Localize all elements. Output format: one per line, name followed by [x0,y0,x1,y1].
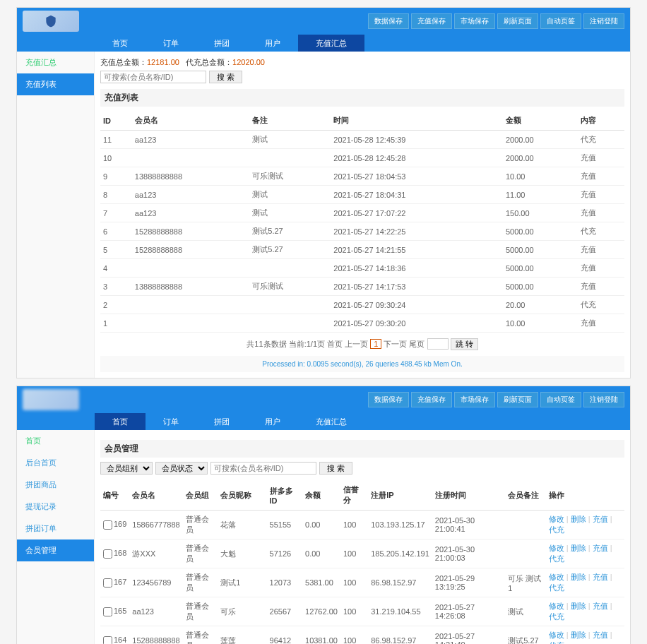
nav-tab[interactable]: 用户 [247,35,298,52]
table-row: 11aa123测试2021-05-28 12:45:392000.00代充 [100,131,624,149]
op-link[interactable]: 代充 [549,525,564,534]
nav-tab[interactable]: 订单 [146,35,196,52]
section-title: 充值列表 [100,89,624,107]
nav-tab[interactable]: 充值汇总 [298,413,364,430]
op-link[interactable]: 删除 [571,631,586,639]
op-link[interactable]: 删除 [571,515,586,523]
sidebar-item[interactable]: 提现记录 [17,496,94,518]
row-checkbox[interactable] [103,636,112,644]
search-row: 搜 索 [100,71,624,83]
panel-recharge: 数据保存充值保存市场保存刷新页面自动页签注销登陆 首页订单拼团用户充值汇总 充值… [16,7,631,378]
op-link[interactable]: 充值 [593,573,608,581]
sidebar: 首页后台首页拼团商品提现记录拼团订单会员管理 [17,430,95,644]
status-select[interactable]: 会员状态 [155,462,208,475]
navbar: 首页订单拼团用户充值汇总 [17,35,630,52]
nav-tab[interactable]: 首页 [95,35,146,52]
sidebar-item[interactable]: 充值汇总 [17,52,94,73]
row-checkbox[interactable] [103,607,112,616]
top-button[interactable]: 充值保存 [411,13,452,29]
col-header: 会员名 [129,480,182,511]
op-link[interactable]: 修改 [549,544,564,552]
topbar: 数据保存充值保存市场保存刷新页面自动页签注销登陆 [17,8,630,35]
nav-tab[interactable]: 首页 [95,413,146,430]
top-button[interactable]: 市场保存 [454,13,495,29]
row-checkbox[interactable] [103,578,112,588]
table-row: 515288888888测试5.272021-05-27 14:21:55500… [100,241,624,259]
op-link[interactable]: 代充 [549,641,564,644]
nav-tab[interactable]: 订单 [146,413,196,430]
sidebar-item[interactable]: 首页 [17,430,94,452]
table-row: 7aa123测试2021-05-27 17:07:22150.00充值 [100,204,624,222]
main-content: 充值总金额：12181.00 代充总金额：12020.00 搜 索 充值列表 I… [95,52,630,378]
panel-members: 数据保存充值保存市场保存刷新页面自动页签注销登陆 首页订单拼团用户充值汇总 首页… [16,386,631,644]
sidebar-item[interactable]: 会员管理 [17,539,94,561]
table-row: 165aa123普通会员可乐2656712762.0010031.219.104… [100,597,624,626]
logo [23,11,79,32]
nav-tab[interactable]: 拼团 [196,413,247,430]
op-link[interactable]: 代充 [549,612,564,621]
nav-tab[interactable]: 充值汇总 [298,35,364,52]
op-link[interactable]: 充值 [593,631,608,639]
col-header: 信誉分 [340,480,368,511]
top-button[interactable]: 注销登陆 [583,13,624,29]
op-link[interactable]: 代充 [549,554,564,563]
table-row: 615288888888测试5.272021-05-27 14:22:25500… [100,222,624,241]
col-header: 金额 [503,111,578,131]
col-header: 编号 [100,480,129,511]
top-button[interactable]: 充值保存 [411,392,452,407]
op-link[interactable]: 删除 [571,573,586,581]
op-link[interactable]: 代充 [549,583,564,592]
main-content: 会员管理 会员组别 会员状态 搜 索 编号会员名会员组会员昵称拼多多ID余额信誉… [95,430,630,644]
top-button[interactable]: 刷新页面 [497,392,538,407]
top-button[interactable]: 刷新页面 [497,13,538,29]
table-row: 102021-05-28 12:45:282000.00充值 [100,149,624,167]
pager: 共11条数据 当前:1/1页 首页 上一页 1 下一页 尾页 跳 转 [100,333,624,356]
nav-tab[interactable]: 用户 [247,413,298,430]
top-button[interactable]: 自动页签 [540,13,581,29]
table-row: 313888888888可乐测试2021-05-27 14:17:535000.… [100,278,624,296]
top-buttons: 数据保存充值保存市场保存刷新页面自动页签注销登陆 [368,392,624,407]
op-link[interactable]: 充值 [593,602,608,610]
top-button[interactable]: 注销登陆 [583,392,624,407]
table-row: 16415288888888普通会员莲莲9641210381.0010086.9… [100,626,624,645]
nav-tab[interactable]: 拼团 [196,35,247,52]
page-go-button[interactable]: 跳 转 [451,338,478,350]
member-table: 编号会员名会员组会员昵称拼多多ID余额信誉分注册IP注册时间会员备注操作 169… [100,480,624,644]
op-link[interactable]: 修改 [549,631,564,639]
row-checkbox[interactable] [103,520,112,530]
table-row: 168游XXX普通会员大魁571260.00100185.205.142.191… [100,539,624,568]
page-input[interactable] [427,338,449,350]
sidebar-item[interactable]: 拼团商品 [17,474,94,496]
search-button[interactable]: 搜 索 [319,462,352,475]
op-link[interactable]: 充值 [593,515,608,523]
table-row: 8aa123测试2021-05-27 18:04:3111.00充值 [100,186,624,204]
op-link[interactable]: 充值 [593,544,608,552]
op-link[interactable]: 删除 [571,602,586,610]
search-button[interactable]: 搜 索 [209,71,242,83]
col-header: 内容 [578,111,624,131]
op-link[interactable]: 修改 [549,602,564,610]
table-row: 22021-05-27 09:30:2420.00代充 [100,296,624,314]
sidebar-item[interactable]: 拼团订单 [17,518,94,539]
top-button[interactable]: 市场保存 [454,392,495,407]
process-footer: Processed in: 0.0095 second(s), 26 queri… [100,356,624,372]
col-header: 注册时间 [432,480,505,511]
search-input[interactable] [100,71,206,83]
col-header: 时间 [331,111,503,131]
col-header: 拼多多ID [267,480,302,511]
op-link[interactable]: 修改 [549,515,564,523]
op-link[interactable]: 删除 [571,544,586,552]
col-header: 会员备注 [505,480,546,511]
top-button[interactable]: 数据保存 [368,13,409,29]
search-input[interactable] [210,462,316,475]
row-checkbox[interactable] [103,549,112,559]
recharge-table: ID会员名备注时间金额内容 11aa123测试2021-05-28 12:45:… [100,111,624,333]
group-select[interactable]: 会员组别 [100,462,153,475]
table-row: 12021-05-27 09:30:2010.00充值 [100,314,624,333]
op-link[interactable]: 修改 [549,573,564,581]
logo [23,389,79,410]
top-button[interactable]: 数据保存 [368,392,409,407]
top-button[interactable]: 自动页签 [540,392,581,407]
sidebar-item[interactable]: 后台首页 [17,452,94,474]
sidebar-item[interactable]: 充值列表 [17,73,94,95]
